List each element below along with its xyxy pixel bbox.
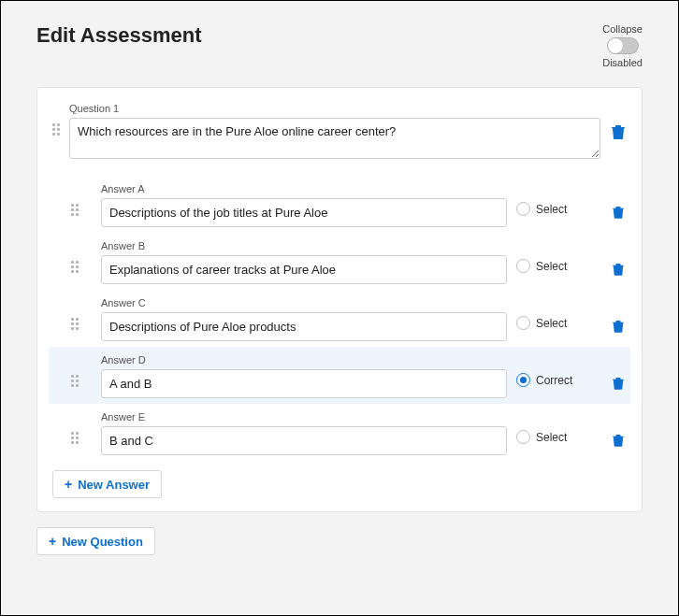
delete-answer-button[interactable] [610,375,627,392]
collapse-control: Collapse Disabled [602,23,643,68]
correct-answer-radio[interactable]: Select [516,430,600,444]
drag-handle-icon[interactable] [71,261,79,273]
answer-text-input[interactable] [101,369,507,398]
delete-answer-button[interactable] [610,432,627,449]
correct-answer-radio[interactable]: Select [516,202,600,216]
plus-icon: + [49,534,56,549]
question-label: Question 1 [69,103,600,114]
radio-icon [516,259,530,273]
drag-handle-icon[interactable] [71,375,79,387]
radio-label: Correct [536,374,572,387]
answer-row: Answer ESelect [49,404,630,461]
collapse-toggle[interactable] [607,37,639,54]
question-card: Question 1 Answer ASelectAnswer BSelectA… [36,87,643,512]
new-answer-label: New Answer [78,478,150,492]
drag-handle-icon[interactable] [52,123,60,136]
answer-label: Answer E [101,411,507,423]
new-answer-button[interactable]: + New Answer [52,470,162,498]
new-question-button[interactable]: + New Question [36,527,155,555]
trash-icon [613,434,624,447]
delete-answer-button[interactable] [610,204,627,221]
radio-label: Select [536,431,567,444]
answer-row: Answer BSelect [49,233,630,290]
radio-label: Select [536,260,567,273]
correct-answer-radio[interactable]: Select [516,259,600,273]
question-text-input[interactable] [69,118,600,159]
answer-label: Answer D [101,354,507,365]
answer-text-input[interactable] [101,426,507,455]
toggle-knob [608,38,623,53]
radio-label: Select [536,317,567,330]
answer-text-input[interactable] [101,312,507,341]
delete-answer-button[interactable] [610,261,627,278]
delete-question-button[interactable] [610,123,627,140]
radio-label: Select [536,203,567,216]
radio-icon [516,316,530,330]
trash-icon [613,377,624,390]
answer-label: Answer C [101,297,507,308]
correct-answer-radio[interactable]: Select [516,316,600,330]
answer-text-input[interactable] [101,255,507,284]
correct-answer-radio[interactable]: Correct [516,373,600,387]
answer-label: Answer A [101,183,507,194]
answer-label: Answer B [101,240,507,251]
trash-icon [613,206,624,219]
radio-icon [516,373,530,387]
collapse-state: Disabled [602,57,643,68]
trash-icon [613,320,624,333]
trash-icon [613,263,624,276]
answer-row: Answer DCorrect [49,347,630,404]
answer-row: Answer CSelect [49,290,630,347]
radio-icon [516,202,530,216]
drag-handle-icon[interactable] [71,432,79,444]
radio-icon [516,430,530,444]
new-question-label: New Question [62,535,143,549]
delete-answer-button[interactable] [610,318,627,335]
collapse-label: Collapse [602,23,643,35]
trash-icon [612,124,625,139]
drag-handle-icon[interactable] [71,318,79,330]
answer-row: Answer ASelect [49,176,630,233]
plus-icon: + [65,477,72,492]
answer-text-input[interactable] [101,198,507,227]
drag-handle-icon[interactable] [71,204,79,216]
page-title: Edit Assessment [36,23,201,48]
